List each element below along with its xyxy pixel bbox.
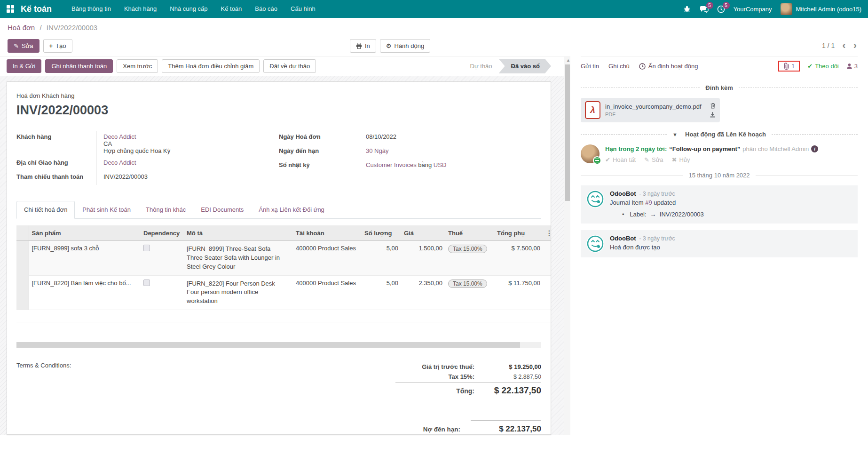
apps-menu-icon[interactable] xyxy=(7,5,14,13)
company-switcher[interactable]: YourCompany xyxy=(734,6,772,13)
schedule-activity-button[interactable]: Ấn định hoạt động xyxy=(639,63,698,70)
menu-settings[interactable]: Cấu hình xyxy=(284,0,322,18)
row-drag-handle[interactable] xyxy=(16,275,29,310)
date-divider-label: 15 tháng 10 năm 2022 xyxy=(688,172,750,179)
row-drag-handle[interactable] xyxy=(16,241,29,276)
breadcrumb-invoices-link[interactable]: Hoá đơn xyxy=(8,24,35,32)
menu-vendors[interactable]: Nhà cung cấp xyxy=(163,0,214,18)
col-quantity[interactable]: Số lượng xyxy=(362,225,401,241)
delivery-address-value[interactable]: Deco Addict xyxy=(103,159,136,166)
terms-label[interactable]: Terms & Conditions: xyxy=(16,362,71,435)
menu-customers[interactable]: Khách hàng xyxy=(118,0,163,18)
menu-dashboard[interactable]: Bảng thông tin xyxy=(65,0,118,18)
message-body: Journal Item #9 updated xyxy=(610,199,704,206)
menu-reports[interactable]: Báo cáo xyxy=(248,0,284,18)
add-credit-note-button[interactable]: Thêm Hoá đơn điều chỉnh giảm xyxy=(162,59,260,73)
tax-amount-label: Tax 15%: xyxy=(449,373,474,380)
cell-description-1: [FURN_8999] Three-Seat Sofa xyxy=(187,245,290,254)
journal-value[interactable]: Customer Invoices xyxy=(366,161,417,168)
delete-attachment-icon[interactable] xyxy=(710,103,716,109)
register-payment-button[interactable]: Ghi nhận thanh toán xyxy=(45,59,113,73)
menu-accounting[interactable]: Kế toán xyxy=(214,0,249,18)
action-button[interactable]: ⚙ Hành động xyxy=(380,39,430,53)
message-author[interactable]: OdooBot xyxy=(610,235,636,242)
send-message-button[interactable]: Gửi tin xyxy=(581,63,599,70)
preview-button[interactable]: Xem trước xyxy=(117,59,158,73)
scrollbar-up-icon[interactable]: ▲ xyxy=(566,56,568,63)
state-posted[interactable]: Đã vào sổ xyxy=(499,59,551,73)
journal-item-link[interactable]: #9 xyxy=(645,199,652,206)
followers-button[interactable]: 3 xyxy=(846,63,858,70)
info-icon[interactable]: i xyxy=(811,145,818,152)
debug-bug-icon[interactable] xyxy=(683,5,691,13)
activity-done-button[interactable]: ✔Hoàn tất xyxy=(605,156,636,163)
table-row[interactable]: [FURN_8220] Bàn làm việc cho bố... [FURN… xyxy=(16,275,551,310)
print-button[interactable]: In xyxy=(350,39,376,53)
col-price[interactable]: Giá xyxy=(401,225,445,241)
tab-counterpart-mapping[interactable]: Ánh xạ Liên kết Đối ứng xyxy=(251,201,332,218)
customer-value[interactable]: Deco Addict xyxy=(103,133,279,140)
activities-icon[interactable]: 5 xyxy=(717,5,725,13)
pager-next-icon[interactable]: › xyxy=(853,40,857,51)
reset-to-draft-button[interactable]: Đặt về dự thảo xyxy=(263,59,316,73)
top-navbar: Kế toán Bảng thông tin Khách hàng Nhà cu… xyxy=(0,0,868,18)
app-brand[interactable]: Kế toán xyxy=(21,4,52,14)
col-dependency[interactable]: Dependency xyxy=(141,225,184,241)
planned-activities-divider[interactable]: ▼ Hoạt động đã Lên Kế hoạch xyxy=(581,131,858,138)
message-item[interactable]: OdooBot - 3 ngày trước Hoá đơn được tạo xyxy=(581,230,858,257)
total-label: Tổng: xyxy=(456,387,474,395)
optional-columns-icon[interactable]: ⋮ xyxy=(546,229,551,237)
message-time: - 3 ngày trước xyxy=(639,191,675,197)
messages-icon[interactable]: 5 xyxy=(699,5,709,13)
total-value: $ 22.137,50 xyxy=(485,385,541,396)
tab-invoice-lines[interactable]: Chi tiết hoá đơn xyxy=(16,201,75,219)
cell-description-2: Three Seater Sofa with Lounger in Steel … xyxy=(187,254,290,271)
col-subtotal[interactable]: Tổng phụ xyxy=(494,225,543,241)
dependency-checkbox[interactable] xyxy=(143,279,150,286)
invoice-date-value[interactable]: 08/10/2022 xyxy=(359,131,541,145)
pdf-file-icon: λ xyxy=(585,101,600,119)
odoobot-avatar xyxy=(586,190,604,208)
follow-button[interactable]: ✔ Theo dõi xyxy=(807,63,839,70)
tax-tag: Tax 15.00% xyxy=(448,279,487,288)
tab-edi-documents[interactable]: EDI Documents xyxy=(193,201,251,218)
payment-reference-value[interactable]: INV/2022/00003 xyxy=(96,171,279,185)
activity-type-badge-icon xyxy=(593,156,601,165)
state-draft[interactable]: Dự thảo xyxy=(464,59,499,73)
planned-activities-title: Hoạt động đã Lên Kế hoạch xyxy=(685,131,766,138)
cell-account: 400000 Product Sales xyxy=(293,241,362,276)
message-author[interactable]: OdooBot xyxy=(610,190,636,197)
user-menu[interactable]: Mitchell Admin (odoo15) xyxy=(781,3,861,15)
tab-other-info[interactable]: Thông tin khác xyxy=(138,201,193,218)
activity-edit-button[interactable]: ✎Sửa xyxy=(644,156,663,163)
payment-reference-label: Tham chiếu thanh toán xyxy=(16,171,96,185)
attachments-divider: Đính kèm xyxy=(581,84,858,91)
cell-description-1: [FURN_8220] Four Person Desk xyxy=(187,279,290,288)
attachment-name[interactable]: in_invoice_yourcompany_demo.pdf xyxy=(605,103,705,110)
attachment-card[interactable]: λ in_invoice_yourcompany_demo.pdf PDF xyxy=(581,98,720,122)
vertical-scrollbar-thumb[interactable] xyxy=(565,64,570,201)
vertical-scrollbar[interactable]: ▲ xyxy=(564,56,570,435)
gear-icon: ⚙ xyxy=(386,42,392,49)
attachments-button[interactable]: 1 xyxy=(783,63,795,70)
horizontal-scrollbar-thumb[interactable] xyxy=(16,342,520,348)
due-date-value[interactable]: 30 Ngày xyxy=(366,147,388,154)
table-row[interactable]: [FURN_8999] sofa 3 chỗ [FURN_8999] Three… xyxy=(16,241,551,276)
col-tax[interactable]: Thuế xyxy=(445,225,494,241)
col-product[interactable]: Sản phẩm xyxy=(29,225,141,241)
print-and-send-button[interactable]: In & Gửi xyxy=(7,59,41,73)
create-button[interactable]: + Tạo xyxy=(43,39,72,53)
horizontal-scrollbar[interactable] xyxy=(16,342,541,348)
col-description[interactable]: Mô tả xyxy=(184,225,293,241)
dependency-checkbox[interactable] xyxy=(143,245,150,251)
annotation-highlight-box: 1 xyxy=(778,61,800,72)
activity-cancel-button[interactable]: ✖Hủy xyxy=(672,156,690,163)
log-note-button[interactable]: Ghi chú xyxy=(608,63,630,70)
currency-value[interactable]: USD xyxy=(434,161,446,168)
download-attachment-icon[interactable] xyxy=(710,112,716,118)
col-account[interactable]: Tài khoản xyxy=(293,225,362,241)
message-item[interactable]: OdooBot - 3 ngày trước Journal Item #9 u… xyxy=(581,185,858,224)
tab-journal-items[interactable]: Phát sinh Kế toán xyxy=(75,201,138,218)
pager-previous-icon[interactable]: ‹ xyxy=(842,40,845,51)
edit-button[interactable]: ✎ Sửa xyxy=(8,39,39,53)
